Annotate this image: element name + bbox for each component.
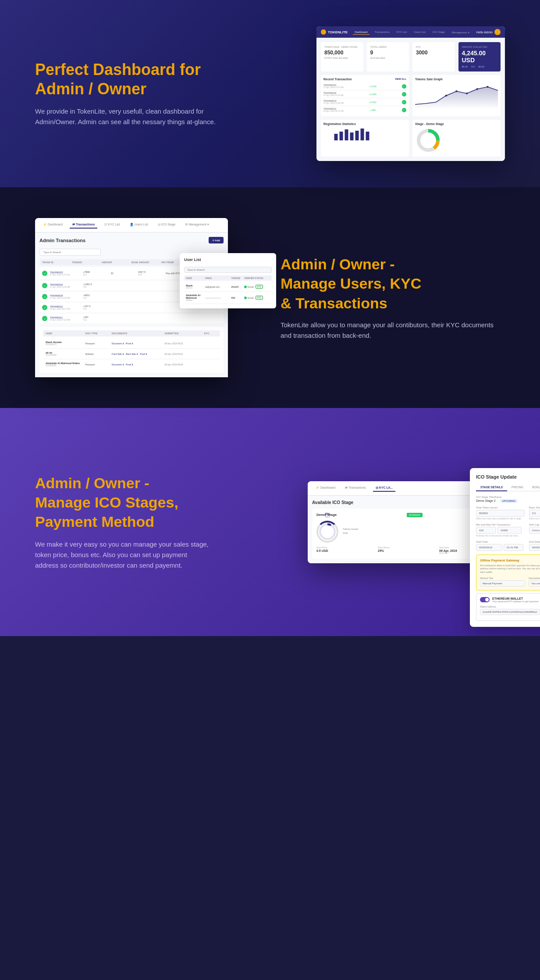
- am-td-id-1: TNX00001507 Apr, 2019 12:47 am: [50, 271, 83, 276]
- token-sale-sub: 61755.5 since last week: [324, 57, 360, 59]
- am-td-tokens-4: +167.5TLE: [83, 305, 110, 310]
- svg-rect-8: [350, 132, 354, 140]
- iuc-min-max-label: Min and Max Per Transaction: [476, 523, 525, 526]
- kyc-row-3: Abdullah Al Mahmud Nobin UDU000005 Passp…: [43, 359, 220, 369]
- am-nav-kyc[interactable]: ☑ KYC List: [102, 222, 122, 229]
- kyc-doc2-1[interactable]: Proof ⬇: [126, 342, 133, 345]
- section-2: ⚡ Dashboard ⇄ Transactions ☑ KYC List 👤 …: [0, 187, 540, 408]
- kyc-submitted-1: 06 Apr, 2019 06:52: [164, 342, 204, 345]
- ico-nav-kyc[interactable]: ◎ KYC Lit...: [373, 485, 395, 492]
- token-graph: [415, 82, 498, 109]
- token-sale-label: TOKEN SALE - DEMO STAGE: [324, 46, 360, 48]
- iuc-soft-cap: Soft Cap: [529, 523, 540, 537]
- kyc-row-2: ab bc UDU000008 Nidcard Front Side ⬇ Bac…: [43, 349, 220, 359]
- kyc-user-id-3: UDU000005: [46, 365, 85, 367]
- am-td-id-2: TNX00001607 Apr, 2019 12:44 AM: [50, 283, 83, 288]
- pgw-method-title-input[interactable]: [480, 580, 525, 587]
- am-title-row: Admin Transactions ☆ Add: [39, 237, 224, 243]
- am-nav-ico[interactable]: ◎ ICO Stage: [155, 222, 178, 229]
- ul-header: USER EMAIL TOKENS VERIFIED STATUS: [184, 275, 272, 281]
- registration-stats: Registration Statistics: [321, 120, 409, 157]
- am-check-1: ✓: [42, 271, 47, 276]
- tx-amount-4: +188: [370, 109, 375, 111]
- eth-wallet-title: ETHEREUM WALLET: [492, 597, 538, 600]
- donut-chart: [415, 127, 441, 154]
- iuc-tab-stage[interactable]: STAGE DETAILS: [476, 484, 507, 491]
- iuc-min-input[interactable]: [476, 527, 496, 534]
- ul-search[interactable]: [184, 267, 272, 273]
- am-nav-mgmt[interactable]: ⚙ Management ▾: [182, 222, 212, 229]
- kyc-user-2: ab bc UDU000008: [46, 351, 85, 356]
- iuc-start-date-input[interactable]: [476, 544, 502, 551]
- eth-toggle[interactable]: [480, 597, 490, 602]
- iuc-tab-bonuses[interactable]: BONUSES: [528, 484, 540, 491]
- nav-mgmt[interactable]: Management ▾: [450, 30, 471, 35]
- nav-ico[interactable]: ICO Stage: [431, 30, 447, 35]
- ul-th-email: EMAIL: [205, 277, 231, 279]
- heading-accent-2: Admin / Owner -: [281, 256, 395, 272]
- dm-hello: Hello Admin: [476, 31, 493, 34]
- am-search-input[interactable]: [39, 249, 101, 256]
- kyc-user-id-1: UDU000070: [46, 343, 85, 346]
- ul-title: User List: [184, 258, 272, 262]
- users-sub: since last week: [370, 57, 406, 59]
- tx-amount-1: +7,916: [369, 85, 377, 88]
- kyc-doc1-3[interactable]: Document ⬇: [112, 363, 124, 366]
- nav-transactions[interactable]: Transactions: [373, 30, 391, 35]
- nav-dashboard[interactable]: Dashboard: [353, 30, 369, 35]
- iuc-max-input[interactable]: [497, 527, 522, 534]
- section-2-heading: Admin / Owner - Manage Users, KYC& Trans…: [281, 254, 505, 313]
- kyc-doctype-2: Nidcard: [85, 353, 111, 355]
- base-price-label: Base Price: [316, 546, 373, 549]
- am-title-text: Admin Transactions: [39, 238, 85, 243]
- ico-bottom-stats: Base Price 0.5 USD Base Bonus 25% Start …: [316, 546, 496, 554]
- nav-kyc[interactable]: KYC List: [395, 30, 409, 35]
- kyc-back-2[interactable]: Back Side ⬇: [126, 353, 138, 355]
- eth-wallet-label: Wallet Address: [480, 605, 540, 608]
- reg-graph: [323, 127, 406, 140]
- kyc-proof-3[interactable]: Proof ⬇: [126, 363, 133, 366]
- recent-tx-title: Recent Transaction VIEW ALL: [323, 78, 406, 81]
- ico-nav-tx[interactable]: ⇄ Transactions: [342, 485, 369, 492]
- users-label: TOTAL USERS: [370, 46, 406, 48]
- eth-title-group: ETHEREUM WALLET Your personal ETH addres…: [492, 597, 538, 603]
- pgw-description-input[interactable]: [529, 580, 540, 587]
- iuc-stage-title-label: ICO Stage Title/Name: [476, 496, 540, 498]
- dm-kyc-card: KYC 3000: [412, 42, 455, 72]
- ico-nav-dashboard[interactable]: ⚡ Dashboard: [313, 485, 338, 492]
- am-add-btn[interactable]: ☆ Add: [209, 237, 224, 243]
- kyc-user-3: Abdullah Al Mahmud Nobin UDU000005: [46, 362, 85, 367]
- eth-toggle-dot: [485, 598, 489, 601]
- kyc-front-2[interactable]: Front Side ⬇: [112, 353, 124, 355]
- nav-users[interactable]: Users List: [412, 30, 427, 35]
- tx-row-3: TNX000013 07 Apr, 2019 12:36 PM +4,912 ✓: [323, 98, 406, 106]
- iuc-soft-cap-input[interactable]: [529, 527, 540, 534]
- ul-status-1: Email KYC: [244, 285, 270, 289]
- eth-wallet-address-field: Wallet Address: [480, 605, 540, 615]
- tx-info-1: TNX000015 07 Apr, 2019 12:47 AM: [323, 84, 344, 89]
- iuc-tab-pricing[interactable]: PRICING: [507, 484, 528, 491]
- iuc-stage-badge: UPCOMING: [500, 499, 518, 503]
- ico-stage-header: Demo Stage RUNNING ⋯: [316, 513, 496, 517]
- kyc-proof-2[interactable]: Proof ⬇: [140, 353, 147, 355]
- view-all-link[interactable]: VIEW ALL: [395, 78, 406, 81]
- kyc-doc1-1[interactable]: Document ⬇: [112, 342, 124, 345]
- iuc-end-date-input[interactable]: [529, 544, 540, 551]
- iuc-base-price-input[interactable]: [529, 510, 540, 517]
- am-nav-users[interactable]: 👤 Users List: [127, 222, 151, 229]
- am-nav-transactions[interactable]: ⇄ Transactions: [70, 222, 97, 229]
- am-th-amount: AMOUNT: [102, 261, 131, 264]
- iuc-start-time-input[interactable]: [504, 544, 523, 551]
- ico-pct: 8%: [325, 512, 330, 516]
- am-check-5: ✓: [42, 316, 47, 321]
- amount-value: 4,245.00 USD: [462, 50, 497, 64]
- section-2-description: TokenLite allow you to manage your all c…: [281, 320, 505, 341]
- tx-date-1: 07 Apr, 2019 12:47 AM: [323, 86, 344, 89]
- iuc-total-issues-input[interactable]: [476, 510, 525, 517]
- section-3-description: We make it very easy so you can manage y…: [35, 539, 210, 571]
- am-td-tokens-3: +9812TLE: [83, 294, 110, 299]
- am-nav-dashboard[interactable]: ⚡ Dashboard: [40, 222, 65, 229]
- base-bonus-label: Base Bonus: [378, 546, 435, 549]
- kyc-docs-2: Front Side ⬇ Back Side ⬇ Proof ⬇: [112, 353, 165, 355]
- eth-wallet-input[interactable]: [480, 609, 540, 615]
